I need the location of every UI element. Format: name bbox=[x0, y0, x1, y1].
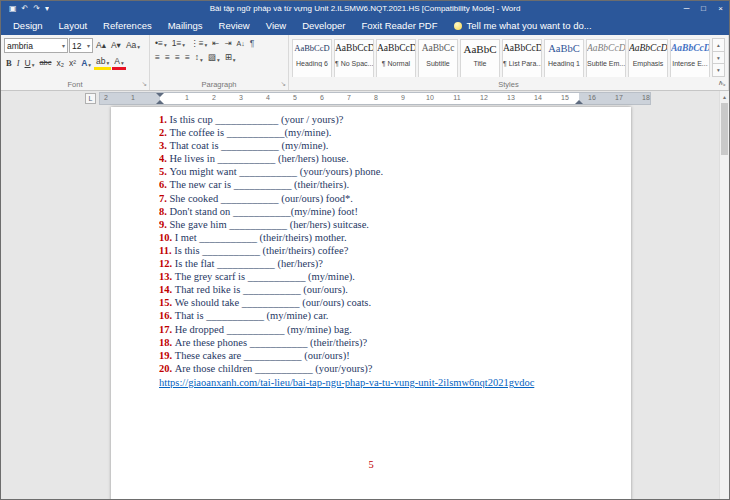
numbering-icon[interactable]: 1≡▾ bbox=[170, 38, 187, 49]
save-icon[interactable]: ▣ bbox=[9, 5, 17, 13]
exercise-line: 5. You might want ___________ (your/your… bbox=[159, 165, 607, 178]
line-text: The new car is ___________ (their/theirs… bbox=[170, 179, 350, 190]
styles-group-label: Styles bbox=[289, 80, 728, 89]
dropdown-icon: ▾ bbox=[205, 42, 208, 48]
styles-scroll-up-icon[interactable]: ▴ bbox=[712, 38, 725, 52]
sort-icon[interactable]: A↓ bbox=[235, 39, 247, 49]
superscript-icon[interactable]: x² bbox=[67, 58, 78, 69]
close-button[interactable]: × bbox=[712, 1, 729, 16]
decrease-indent-icon[interactable]: ⇤ bbox=[210, 38, 221, 49]
tab-design[interactable]: Design bbox=[5, 16, 51, 35]
borders-icon[interactable]: ⊞▾ bbox=[223, 52, 238, 63]
style-subtle-em[interactable]: AaBbCcDSubtle Em... bbox=[586, 39, 626, 77]
tab-selector[interactable]: L bbox=[85, 93, 96, 104]
exercise-list: 1. Is this cup ____________ (your / your… bbox=[159, 113, 607, 375]
hanging-indent-marker[interactable] bbox=[156, 100, 164, 104]
line-text: The grey scarf is ___________ (my/mine). bbox=[175, 271, 355, 282]
bullets-icon[interactable]: •≡▾ bbox=[153, 38, 169, 49]
restore-button[interactable]: □ bbox=[695, 1, 712, 16]
tab-foxit-reader-pdf[interactable]: Foxit Reader PDF bbox=[353, 16, 445, 35]
exercise-line: 4. He lives in ___________ (her/hers) ho… bbox=[159, 152, 607, 165]
line-text: Are these phones ___________ (their/thei… bbox=[175, 337, 367, 348]
tab-references[interactable]: References bbox=[95, 16, 160, 35]
style-name: ¶ List Para... bbox=[503, 60, 541, 67]
font-size-value: 12 bbox=[72, 41, 81, 51]
grow-font-icon[interactable]: A▴ bbox=[94, 40, 108, 51]
style-heading-6[interactable]: AaBbCcDHeading 6 bbox=[292, 39, 332, 77]
align-right-icon[interactable]: ≡ bbox=[173, 52, 182, 63]
align-center-icon[interactable]: ≡ bbox=[163, 52, 172, 63]
tab-developer[interactable]: Developer bbox=[294, 16, 353, 35]
minimize-button[interactable]: ─ bbox=[678, 1, 695, 16]
right-indent-marker[interactable] bbox=[575, 100, 583, 104]
undo-icon[interactable]: ↶ bbox=[22, 5, 29, 13]
line-number: 1. bbox=[159, 114, 170, 125]
redo-icon[interactable]: ↷ bbox=[33, 5, 40, 13]
show-marks-icon[interactable]: ¶ bbox=[248, 38, 257, 49]
shrink-font-icon[interactable]: A▾ bbox=[109, 40, 123, 51]
style-heading-1[interactable]: AaBbCHeading 1 bbox=[544, 39, 584, 77]
paragraph-dialog-launcher-icon[interactable]: ↘ bbox=[281, 80, 286, 88]
first-line-indent-marker[interactable] bbox=[156, 93, 164, 97]
multilevel-list-icon[interactable]: ⋮≡▾ bbox=[188, 38, 209, 49]
text-effects-icon[interactable]: A▾ bbox=[79, 58, 93, 69]
exercise-line: 9. She gave him ___________ (her/hers) s… bbox=[159, 218, 607, 231]
scrollbar-thumb[interactable] bbox=[721, 103, 728, 155]
customize-quick-access-icon[interactable]: ▾ bbox=[45, 5, 49, 13]
ruler-strip: 21123456789101112131415161718 bbox=[99, 92, 651, 105]
style-intense-e[interactable]: AaBbCcDIntense E... bbox=[670, 39, 710, 77]
line-number: 4. bbox=[159, 153, 170, 164]
dropdown-icon: ▾ bbox=[62, 42, 65, 49]
line-text: I met ___________ (their/theirs) mother. bbox=[175, 232, 347, 243]
ruler-number: 14 bbox=[534, 94, 542, 101]
collapse-ribbon-icon[interactable]: ∧ bbox=[718, 79, 723, 87]
style-title[interactable]: AaBbCTitle bbox=[460, 39, 500, 77]
style-subtitle[interactable]: AaBbCcSubtitle bbox=[418, 39, 458, 77]
vertical-scrollbar[interactable]: ▴ bbox=[719, 91, 729, 499]
tab-review[interactable]: Review bbox=[211, 16, 258, 35]
tab-view[interactable]: View bbox=[258, 16, 294, 35]
line-number: 13. bbox=[159, 271, 175, 282]
document-workspace: L 21123456789101112131415161718 1. Is th… bbox=[1, 91, 729, 499]
line-spacing-icon[interactable]: ↕▾ bbox=[193, 52, 205, 63]
styles-scroll-down-icon[interactable]: ▾ bbox=[712, 52, 725, 65]
change-case-icon[interactable]: Aa▾ bbox=[124, 40, 142, 51]
font-dialog-launcher-icon[interactable]: ↘ bbox=[142, 80, 147, 88]
style-preview: AaBbCcD bbox=[671, 43, 709, 60]
tell-me-box[interactable]: Tell me what you want to do... bbox=[445, 16, 600, 35]
style-name: Heading 6 bbox=[293, 60, 331, 67]
highlight-icon[interactable]: ab▾ bbox=[94, 56, 111, 70]
style-no-spac[interactable]: AaBbCcD¶ No Spac... bbox=[334, 39, 374, 77]
italic-icon[interactable]: I bbox=[15, 58, 22, 69]
font-color-icon[interactable]: A▾ bbox=[112, 56, 125, 70]
line-number: 14. bbox=[159, 284, 175, 295]
underline-icon[interactable]: U▾ bbox=[23, 58, 37, 69]
tab-mailings[interactable]: Mailings bbox=[160, 16, 211, 35]
bold-icon[interactable]: B bbox=[4, 58, 14, 69]
exercise-line: 10. I met ___________ (their/theirs) mot… bbox=[159, 231, 607, 244]
document-hyperlink[interactable]: https://giaoanxanh.com/tai-lieu/bai-tap-… bbox=[159, 376, 534, 389]
tab-layout[interactable]: Layout bbox=[51, 16, 96, 35]
justify-icon[interactable]: ≡ bbox=[183, 52, 192, 63]
increase-indent-icon[interactable]: ⇥ bbox=[222, 38, 233, 49]
line-text: You might want ___________ (your/yours) … bbox=[170, 166, 384, 177]
style-normal[interactable]: AaBbCcD¶ Normal bbox=[376, 39, 416, 77]
subscript-icon[interactable]: x₂ bbox=[55, 58, 67, 69]
scroll-up-icon[interactable]: ▴ bbox=[720, 93, 729, 100]
document-page[interactable]: 1. Is this cup ____________ (your / your… bbox=[111, 107, 631, 499]
horizontal-ruler[interactable]: L 21123456789101112131415161718 bbox=[1, 92, 729, 106]
ruler-number: 1 bbox=[185, 94, 189, 101]
line-text: Is this cup ____________ (your / yours)? bbox=[170, 114, 344, 125]
font-name-combo[interactable]: ambria ▾ bbox=[4, 38, 68, 53]
line-number: 2. bbox=[159, 127, 170, 138]
styles-gallery-more-icon[interactable]: ▾ bbox=[712, 64, 725, 77]
dropdown-icon: ▾ bbox=[182, 42, 185, 48]
align-left-icon[interactable]: ≡ bbox=[153, 52, 162, 63]
style-emphasis[interactable]: AaBbCcDEmphasis bbox=[628, 39, 668, 77]
line-text: We should take ___________ (our/ours) co… bbox=[175, 297, 371, 308]
style-list-para[interactable]: AaBbCcD¶ List Para... bbox=[502, 39, 542, 77]
strikethrough-icon[interactable]: abc bbox=[37, 58, 53, 68]
ruler-number: 10 bbox=[426, 94, 434, 101]
shading-icon[interactable]: ▨▾ bbox=[206, 52, 222, 63]
font-size-combo[interactable]: 12 ▾ bbox=[69, 38, 93, 53]
